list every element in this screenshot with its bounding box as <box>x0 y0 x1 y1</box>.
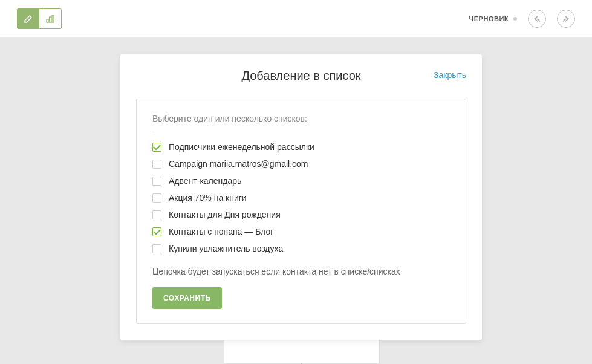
list-item-label: Купили увлажнитель воздуха <box>169 244 283 253</box>
list-item[interactable]: Купили увлажнитель воздуха <box>152 244 450 253</box>
list-item-label: Campaign mariia.matros@gmail.com <box>169 159 308 169</box>
stats-mode-button[interactable] <box>39 9 61 28</box>
svg-rect-1 <box>50 17 51 22</box>
list-item[interactable]: Контакты с попапа — Блог <box>152 227 450 236</box>
status-badge: ЧЕРНОВИК <box>469 15 517 22</box>
undo-button[interactable] <box>528 10 546 28</box>
save-button[interactable]: СОХРАНИТЬ <box>152 287 222 309</box>
list-item-label: Контакты для Дня рождения <box>169 210 281 219</box>
checkbox[interactable] <box>152 210 161 219</box>
bar-chart-icon <box>45 13 56 24</box>
status-dot-icon <box>513 17 517 21</box>
topbar-right: ЧЕРНОВИК <box>469 10 575 28</box>
footnote-text: Цепочка будет запускаться если контакта … <box>152 267 450 276</box>
status-text: ЧЕРНОВИК <box>469 15 509 22</box>
list-item[interactable]: Подписчики еженедельной рассылки <box>152 142 450 152</box>
checkbox[interactable] <box>152 160 161 169</box>
list-item[interactable]: Контакты для Дня рождения <box>152 210 450 219</box>
modal-body: Выберите один или несколько списков: Под… <box>136 99 466 324</box>
pencil-icon <box>23 13 34 24</box>
list-item-label: Адвент-календарь <box>169 176 241 186</box>
svg-rect-2 <box>52 15 54 22</box>
instruction-text: Выберите один или несколько списков: <box>152 114 450 131</box>
list-item[interactable]: Акция 70% на книги <box>152 193 450 203</box>
close-button[interactable]: Закрыть <box>434 70 466 80</box>
checkbox[interactable] <box>152 244 161 253</box>
mode-toggle <box>17 8 62 29</box>
add-to-list-modal: Добавление в список Закрыть Выберите оди… <box>120 54 482 340</box>
list-item-label: Акция 70% на книги <box>169 193 247 203</box>
list-item[interactable]: Адвент-календарь <box>152 176 450 186</box>
edit-mode-button[interactable] <box>18 9 39 28</box>
reply-left-icon <box>532 14 542 24</box>
reply-right-icon <box>561 14 571 24</box>
checkbox[interactable] <box>152 143 161 152</box>
list-item-label: Контакты с попапа — Блог <box>169 227 273 236</box>
list-checkboxes: Подписчики еженедельной рассылкиCampaign… <box>152 142 450 253</box>
list-item[interactable]: Campaign mariia.matros@gmail.com <box>152 159 450 169</box>
top-bar: ЧЕРНОВИК <box>0 0 592 37</box>
list-item-label: Подписчики еженедельной рассылки <box>169 142 314 152</box>
svg-rect-0 <box>47 19 48 22</box>
redo-button[interactable] <box>557 10 575 28</box>
checkbox[interactable] <box>152 227 161 236</box>
checkbox[interactable] <box>152 177 161 186</box>
checkbox[interactable] <box>152 193 161 203</box>
modal-header: Добавление в список Закрыть <box>120 54 482 83</box>
modal-title: Добавление в список <box>136 69 466 83</box>
